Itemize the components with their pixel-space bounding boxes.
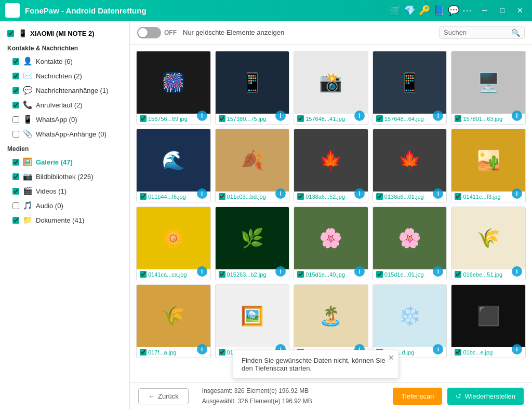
footer: ← Zurück Insgesamt: 326 Element(e) 196.9…	[130, 382, 532, 410]
tooltip-close-button[interactable]: ✕	[388, 353, 394, 362]
photo-checkbox[interactable]	[219, 115, 225, 122]
photo-checkbox[interactable]	[455, 115, 461, 122]
photo-checkbox[interactable]	[140, 349, 147, 356]
close-button[interactable]: ✕	[513, 4, 527, 17]
facebook-icon[interactable]: 📘	[433, 5, 445, 16]
wiederherstellen-button[interactable]: ↺ Wiederherstellen	[447, 388, 524, 405]
photo-filename: 017f...a.jpg	[148, 349, 176, 356]
galerie-icon: 🖼️	[23, 157, 33, 167]
sidebar-label-videos: Videos (1)	[36, 187, 122, 195]
photo-card[interactable]: 🌊i011b44...f6.jpg	[136, 129, 211, 202]
photo-card[interactable]: 🖼️i018c...b.jpg	[215, 284, 290, 358]
toolbar: OFF Nur gelöschte Elemente anzeigen 🔍	[130, 21, 532, 45]
photo-filename: 0141ca...ca.jpg	[148, 271, 187, 278]
photo-checkbox[interactable]	[219, 271, 225, 278]
photo-info-button[interactable]: i	[512, 266, 522, 277]
sidebar-item-dokumente[interactable]: 📁 Dokumente (41)	[0, 213, 129, 227]
photo-checkbox[interactable]	[455, 271, 461, 278]
sidebar-item-whatsapp[interactable]: 📱 WhatsApp (0)	[0, 112, 129, 127]
photo-info-button[interactable]: i	[354, 188, 365, 199]
photo-checkbox[interactable]	[376, 115, 383, 122]
sidebar-item-kontakte[interactable]: 👤 Kontakte (6)	[0, 54, 129, 69]
cart-icon[interactable]: 🛒	[390, 5, 401, 16]
photo-checkbox[interactable]	[376, 193, 383, 200]
photo-card[interactable]: 📱i157648...64.jpg	[373, 51, 447, 125]
whatsapp-icon: 📱	[23, 115, 33, 124]
back-button[interactable]: ← Zurück	[138, 388, 189, 404]
photo-checkbox[interactable]	[455, 193, 461, 200]
photo-card[interactable]: 🍁i0138a6...52.jpg	[294, 129, 368, 202]
photo-checkbox[interactable]	[455, 349, 461, 356]
menu-icon[interactable]: ⋯	[462, 5, 472, 16]
photo-card[interactable]: 🏜️i01411c...f3.jpg	[451, 129, 526, 202]
photo-card[interactable]: 🍂i011c03...bd.jpg	[215, 129, 290, 202]
sidebar-item-bildbibliothek[interactable]: 📷 Bildbibliothek (226)	[0, 169, 129, 184]
photo-card[interactable]: 🌿i015263...b2.jpg	[215, 207, 290, 280]
app-title: FonePaw - Android Datenrettung	[25, 6, 390, 15]
photo-info-button[interactable]: i	[512, 111, 522, 121]
home-icon[interactable]	[5, 3, 20, 18]
toggle-switch[interactable]: OFF	[137, 27, 177, 38]
restore-icon: ↺	[456, 392, 461, 400]
device-checkbox[interactable]	[7, 30, 14, 37]
sidebar-item-whatsapp-anhaenge[interactable]: 📎 WhatsApp-Anhänge (0)	[0, 127, 129, 141]
photo-filename: 156756...69.jpg	[148, 116, 188, 122]
photo-checkbox[interactable]	[219, 349, 225, 356]
maximize-button[interactable]: □	[496, 4, 509, 17]
photo-filename: 011b44...f6.jpg	[148, 194, 186, 200]
sidebar-item-anrufverlauf[interactable]: 📞 Anrufverlauf (2)	[0, 98, 129, 112]
photo-card[interactable]: ❄️i01ab...d.jpg	[373, 284, 447, 358]
photo-card[interactable]: 📱i157380...75.jpg	[215, 51, 290, 125]
photo-checkbox[interactable]	[140, 115, 147, 122]
photo-info-button[interactable]: i	[197, 188, 207, 199]
photo-checkbox[interactable]	[140, 271, 147, 278]
photo-checkbox[interactable]	[297, 193, 304, 200]
tooltip-text: Finden Sie gewünschte Daten nicht, könne…	[242, 357, 385, 372]
photo-filename: 157380...75.jpg	[227, 116, 267, 122]
photo-card[interactable]: 🌾i017f...a.jpg	[136, 284, 211, 358]
photo-info-button[interactable]: i	[512, 344, 522, 354]
photo-filename: 0138a6...01.jpg	[384, 194, 424, 200]
search-input[interactable]	[444, 29, 511, 36]
photo-info-button[interactable]: i	[512, 188, 522, 199]
toggle-track[interactable]	[137, 27, 161, 38]
toolbar-icons: 🛒 💎 🔑 📘 💬 ⋯	[390, 5, 472, 16]
photo-checkbox[interactable]	[140, 193, 147, 200]
photo-card[interactable]: 🌸i015d1e...01.jpg	[373, 207, 447, 280]
whatsapp-anhaenge-icon: 📎	[23, 129, 33, 139]
photo-card[interactable]: 📸i157648...41.jpg	[294, 51, 368, 125]
photo-filename: 016ebe...51.jpg	[463, 271, 502, 278]
sidebar-label-whatsapp-anhaenge: WhatsApp-Anhänge (0)	[36, 130, 122, 138]
sidebar-item-videos[interactable]: 🎬 Videos (1)	[0, 184, 129, 198]
photo-checkbox[interactable]	[297, 115, 304, 122]
photo-filename: 157648...41.jpg	[305, 116, 345, 122]
photo-card[interactable]: 🏝️i019a...c.jpg	[294, 284, 368, 358]
key-icon[interactable]: 🔑	[419, 5, 430, 16]
photo-card[interactable]: 🎆i156756...69.jpg	[136, 51, 211, 125]
photo-card[interactable]: 🌼i0141ca...ca.jpg	[136, 207, 211, 280]
photo-checkbox[interactable]	[297, 271, 304, 278]
sidebar-item-galerie[interactable]: 🖼️ Galerie (47)	[0, 155, 129, 169]
photo-info-button[interactable]: i	[197, 344, 207, 354]
photo-info-button[interactable]: i	[197, 111, 207, 121]
sidebar-item-nachrichtenanhaenge[interactable]: 💬 Nachrichtenanhänge (1)	[0, 83, 129, 98]
photo-info-button[interactable]: i	[354, 266, 365, 277]
device-icon: 📱	[18, 29, 27, 37]
photo-card[interactable]: 🌾i016ebe...51.jpg	[451, 207, 526, 280]
photo-card[interactable]: 🌸i015d1e...40.jpg	[294, 207, 368, 280]
sidebar-item-audio[interactable]: 🎵 Audio (0)	[0, 198, 129, 213]
photo-card[interactable]: 🖥️i157801...63.jpg	[451, 51, 526, 125]
photo-info-button[interactable]: i	[197, 266, 207, 277]
photo-checkbox[interactable]	[376, 271, 383, 278]
minimize-button[interactable]: ─	[478, 4, 491, 17]
chat-icon[interactable]: 💬	[448, 5, 459, 16]
photo-checkbox[interactable]	[219, 193, 225, 200]
sidebar-label-kontakte: Kontakte (6)	[36, 58, 122, 65]
photo-card[interactable]: ⬛i01bc...e.jpg	[451, 284, 526, 358]
photo-card[interactable]: 🍁i0138a6...01.jpg	[373, 129, 447, 202]
tiefenscan-button[interactable]: Tiefenscan	[393, 388, 442, 405]
diamond-icon[interactable]: 💎	[404, 5, 416, 16]
selected-stats: Ausgewählt: 326 Element(e) 196.92 MB	[202, 397, 388, 406]
photo-info-button[interactable]: i	[354, 111, 365, 121]
sidebar-item-nachrichten[interactable]: ✉️ Nachrichten (2)	[0, 69, 129, 83]
